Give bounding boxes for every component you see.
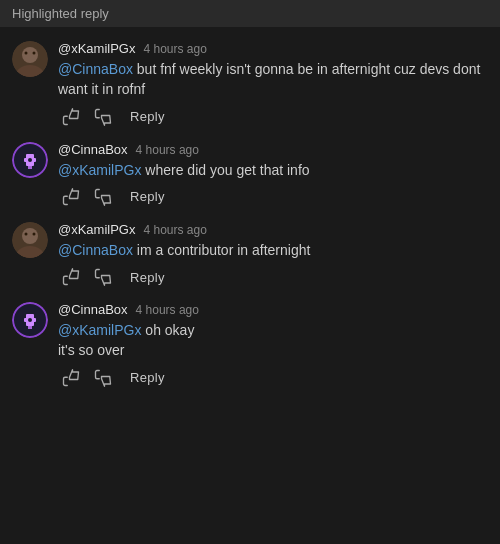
comment-item: @CinnaBox 4 hours ago @xKamilPGx oh okay…: [12, 292, 488, 393]
comment-header: @xKamilPGx 4 hours ago: [58, 222, 488, 237]
comment-body: where did you get that info: [145, 162, 309, 178]
comment-content: @CinnaBox 4 hours ago @xKamilPGx where d…: [58, 142, 488, 208]
reply-button[interactable]: Reply: [130, 109, 165, 124]
username[interactable]: @CinnaBox: [58, 142, 128, 157]
thumbs-down-icon[interactable]: [90, 106, 116, 128]
comment-body: oh okay: [145, 322, 194, 338]
comment-header: @xKamilPGx 4 hours ago: [58, 41, 488, 56]
thumbs-up-icon[interactable]: [58, 266, 84, 288]
avatar: [12, 41, 48, 77]
mention[interactable]: @xKamilPGx: [58, 322, 141, 338]
comment-actions: Reply: [58, 367, 488, 389]
reply-button[interactable]: Reply: [130, 189, 165, 204]
svg-point-11: [22, 228, 38, 244]
svg-point-8: [28, 158, 32, 162]
mention[interactable]: @CinnaBox: [58, 242, 133, 258]
reply-button[interactable]: Reply: [130, 370, 165, 385]
comment-text: @xKamilPGx oh okay it's so over: [58, 320, 488, 361]
comments-container: @xKamilPGx 4 hours ago @CinnaBox but fnf…: [0, 31, 500, 393]
timestamp: 4 hours ago: [144, 42, 207, 56]
comment-actions: Reply: [58, 106, 488, 128]
svg-rect-19: [28, 326, 32, 329]
thumbs-up-icon[interactable]: [58, 186, 84, 208]
svg-point-14: [33, 232, 36, 235]
timestamp: 4 hours ago: [144, 223, 207, 237]
mention[interactable]: @xKamilPGx: [58, 162, 141, 178]
username[interactable]: @xKamilPGx: [58, 222, 136, 237]
svg-rect-9: [28, 166, 32, 169]
timestamp: 4 hours ago: [136, 303, 199, 317]
comment-content: @xKamilPGx 4 hours ago @CinnaBox but fnf…: [58, 41, 488, 128]
reply-button[interactable]: Reply: [130, 270, 165, 285]
comment-item: @xKamilPGx 4 hours ago @CinnaBox im a co…: [12, 212, 488, 292]
comment-item: @CinnaBox 4 hours ago @xKamilPGx where d…: [12, 132, 488, 212]
comment-body-line2: it's so over: [58, 342, 124, 358]
svg-point-1: [22, 47, 38, 63]
svg-point-18: [28, 318, 32, 322]
mention[interactable]: @CinnaBox: [58, 61, 133, 77]
comment-actions: Reply: [58, 266, 488, 288]
comment-text: @CinnaBox but fnf weekly isn't gonna be …: [58, 59, 488, 100]
username[interactable]: @xKamilPGx: [58, 41, 136, 56]
comment-header: @CinnaBox 4 hours ago: [58, 142, 488, 157]
username[interactable]: @CinnaBox: [58, 302, 128, 317]
comment-body: im a contributor in afternight: [137, 242, 311, 258]
comment-text: @CinnaBox im a contributor in afternight: [58, 240, 488, 260]
comment-text: @xKamilPGx where did you get that info: [58, 160, 488, 180]
comment-actions: Reply: [58, 186, 488, 208]
highlighted-reply-header: Highlighted reply: [0, 0, 500, 27]
thumbs-up-icon[interactable]: [58, 106, 84, 128]
timestamp: 4 hours ago: [136, 143, 199, 157]
thumbs-up-icon[interactable]: [58, 367, 84, 389]
header-label: Highlighted reply: [12, 6, 109, 21]
avatar: [12, 302, 48, 338]
comment-content: @CinnaBox 4 hours ago @xKamilPGx oh okay…: [58, 302, 488, 389]
avatar: [12, 222, 48, 258]
thumbs-down-icon[interactable]: [90, 186, 116, 208]
avatar: [12, 142, 48, 178]
thumbs-down-icon[interactable]: [90, 367, 116, 389]
comment-item: @xKamilPGx 4 hours ago @CinnaBox but fnf…: [12, 31, 488, 132]
svg-point-4: [33, 52, 36, 55]
comment-content: @xKamilPGx 4 hours ago @CinnaBox im a co…: [58, 222, 488, 288]
svg-point-3: [25, 52, 28, 55]
thumbs-down-icon[interactable]: [90, 266, 116, 288]
svg-point-13: [25, 232, 28, 235]
comment-header: @CinnaBox 4 hours ago: [58, 302, 488, 317]
